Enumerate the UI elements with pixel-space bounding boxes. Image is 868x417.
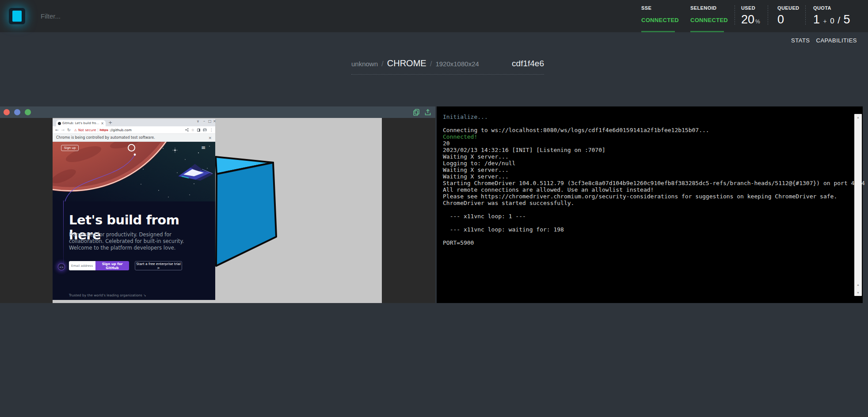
share-icon[interactable] [185, 128, 189, 132]
log-line: Waiting X server... [443, 173, 865, 180]
tab-close-icon[interactable]: × [101, 121, 104, 125]
maximize-button[interactable] [25, 109, 31, 115]
used-unit: % [755, 19, 760, 25]
log-line: Please see https://chromedriver.chromium… [443, 193, 865, 200]
session-resolution: 1920x1080x24 [435, 60, 479, 68]
stat-divider [735, 5, 735, 25]
log-line [443, 206, 865, 213]
selenoid-label: SELENOID [690, 5, 728, 11]
bookmark-star-icon[interactable]: ☆ [191, 128, 194, 132]
code-icon[interactable]: <> [58, 263, 65, 270]
session-id: cdf1f4e6 [512, 59, 544, 68]
log-output: Initialize... Connecting to ws://localho… [443, 114, 865, 246]
url-scheme: https [99, 128, 108, 132]
session-log-panel: Initialize... Connecting to ws://localho… [437, 106, 863, 303]
close-button[interactable] [4, 109, 10, 115]
sse-status-underline [641, 31, 675, 32]
stat-divider [768, 5, 768, 25]
stat-quota: QUOTA 1 + 0 / 5 [813, 0, 850, 32]
stat-divider [805, 5, 806, 25]
github-page: Sign up ≡ Let's build from here Harnesse… [53, 142, 215, 300]
github-trial-button[interactable]: Start a free enterprise trial > [135, 261, 182, 270]
chrome-active-tab[interactable]: GitHub: Let's build from he × [56, 120, 106, 126]
log-line: --- x11vnc loop: waiting for: 198 [443, 226, 865, 233]
session-browser: CHROME [387, 58, 426, 68]
log-line: Waiting X server... [443, 167, 865, 173]
infobar-message: Chrome is being controlled by automated … [56, 136, 155, 140]
top-bar: SSE CONNECTED SELENOID CONNECTED USED 20… [0, 0, 868, 32]
profile-avatar[interactable] [203, 128, 207, 132]
infobar-close-icon[interactable]: × [208, 136, 212, 140]
vnc-remote-screen[interactable]: GitHub: Let's build from he × + ∨ – □ × … [53, 118, 382, 303]
hamburger-icon[interactable]: ≡ [201, 144, 206, 151]
tab-capabilities[interactable]: CAPABILITIES [816, 37, 857, 44]
github-trusted-text: Trusted by the world's leading organizat… [69, 293, 146, 297]
github-signup-small-button[interactable]: Sign up [61, 145, 79, 151]
github-email-field[interactable] [69, 261, 95, 270]
url-host: ://github.com [110, 128, 132, 132]
github-signup-button[interactable]: Sign up for GitHub [95, 261, 129, 270]
log-line: --- x11vnc loop: 1 --- [443, 213, 865, 220]
selenoid-status: CONNECTED [690, 17, 728, 23]
address-bar[interactable]: ⚠ Not secure https://github.com [74, 128, 132, 132]
session-user: unknown [351, 60, 378, 68]
log-line: 20 [443, 140, 865, 147]
clipboard-icon[interactable] [413, 109, 420, 116]
log-line [443, 220, 865, 226]
back-icon[interactable]: ← [55, 128, 59, 132]
warning-icon: ⚠ [74, 129, 77, 132]
log-line: All remote connections are allowed. Use … [443, 186, 865, 193]
selenoid-status-underline [690, 31, 724, 32]
stat-queued: QUEUED 0 [777, 0, 799, 32]
forward-icon[interactable]: → [61, 128, 65, 132]
log-line [443, 120, 865, 127]
github-subtext: Harnessed for productivity. Designed for… [69, 231, 195, 251]
toolbar-icons: ☆ ⋮ [185, 128, 215, 132]
filter-input[interactable] [41, 9, 226, 23]
vnc-window-titlebar [0, 106, 435, 118]
log-line: Logging to: /dev/null [443, 160, 865, 167]
quota-value: 1 + 0 / 5 [813, 13, 850, 27]
stat-selenoid: SELENOID CONNECTED [690, 0, 728, 32]
reload-icon[interactable]: ↻ [67, 128, 71, 132]
automation-infobar: Chrome is being controlled by automated … [53, 134, 215, 142]
log-scrollbar[interactable]: ▲ ▲ ▼ [854, 114, 862, 296]
view-tabs: STATS CAPABILITIES [791, 37, 857, 44]
window-minimize-icon[interactable]: – [203, 119, 205, 123]
quota-label: QUOTA [813, 5, 850, 11]
log-line: Initialize... [443, 114, 865, 120]
log-line [443, 233, 865, 239]
log-line: Waiting X server... [443, 153, 865, 160]
scroll-up-icon[interactable]: ▲ [854, 116, 862, 119]
upload-icon[interactable] [424, 109, 431, 116]
queued-value: 0 [777, 13, 799, 27]
not-secure-label: Not secure [78, 128, 98, 132]
scroll-up-icon[interactable]: ▲ [854, 283, 862, 286]
session-separator: / [430, 60, 432, 68]
tracer-line [63, 201, 64, 265]
menu-dots-icon[interactable]: ⋮ [209, 128, 213, 132]
session-row[interactable]: unknown / CHROME / 1920x1080x24 cdf1f4e6 [351, 58, 544, 75]
log-line: Starting ChromeDriver 104.0.5112.79 (3cf… [443, 180, 865, 186]
remote-chrome-window[interactable]: GitHub: Let's build from he × + ∨ – □ × … [53, 119, 215, 300]
used-label: USED [741, 5, 760, 11]
github-favicon-icon [58, 122, 61, 125]
app-logo-icon[interactable] [9, 8, 25, 24]
window-close-icon[interactable]: × [213, 119, 216, 123]
sse-label: SSE [641, 5, 679, 11]
minimize-button[interactable] [14, 109, 20, 115]
log-line: 2023/02/13 14:32:16 [INIT] [Listening on… [443, 147, 865, 153]
new-tab-button[interactable]: + [108, 120, 112, 125]
session-separator: / [381, 60, 384, 68]
github-logo-icon[interactable] [128, 144, 135, 152]
log-line: ChromeDriver was started successfully. [443, 200, 865, 206]
chevron-down-icon[interactable]: ∨ [197, 119, 199, 123]
log-line: Connected! [443, 133, 865, 140]
window-maximize-icon[interactable]: □ [208, 119, 212, 123]
sse-status: CONNECTED [641, 17, 679, 23]
scroll-down-icon[interactable]: ▼ [854, 291, 862, 294]
app-logo-square [12, 11, 22, 22]
side-panel-icon[interactable] [197, 129, 200, 132]
tab-stats[interactable]: STATS [791, 37, 810, 44]
used-value: 20% [741, 13, 760, 27]
